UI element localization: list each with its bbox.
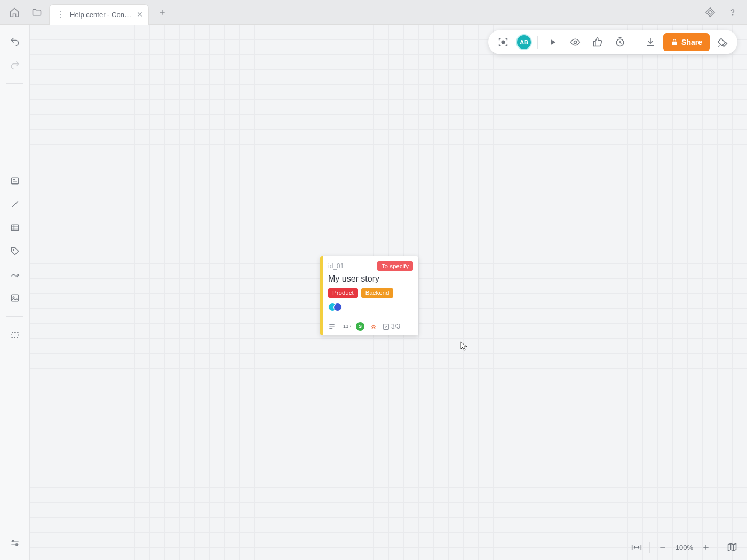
top-action-bar: AB Share: [488, 30, 737, 54]
undo-button[interactable]: [5, 32, 25, 51]
svg-point-10: [574, 41, 577, 44]
svg-rect-4: [11, 295, 18, 301]
estimate-badge: 13: [341, 322, 351, 331]
svg-rect-2: [11, 225, 18, 231]
card-title: My user story: [328, 274, 413, 284]
svg-rect-6: [12, 333, 18, 337]
play-button[interactable]: [543, 33, 562, 52]
checklist-count: 3/3: [383, 323, 400, 330]
timer-button[interactable]: [610, 33, 630, 52]
svg-point-7: [12, 540, 14, 542]
status-badge: To specify: [377, 261, 413, 271]
card-tags: Product Backend: [328, 288, 413, 298]
new-tab-button[interactable]: [154, 4, 170, 20]
lock-icon: [671, 38, 678, 46]
top-tab-bar: ⋮ Help center - Con… ✕: [0, 0, 747, 25]
size-badge: S: [356, 322, 364, 331]
home-button[interactable]: [4, 2, 25, 22]
canvas[interactable]: AB Share id_01 To specify: [30, 25, 747, 560]
image-tool[interactable]: [5, 289, 25, 308]
share-label: Share: [681, 38, 702, 46]
cursor-icon: [460, 341, 467, 351]
tab-close-icon[interactable]: ✕: [137, 10, 143, 19]
settings-tool[interactable]: [5, 533, 25, 553]
folder-button[interactable]: [27, 2, 47, 22]
description-icon: [328, 323, 336, 330]
priority-icon: [370, 323, 377, 330]
card-footer: 13 S 3/3: [328, 317, 413, 331]
help-button[interactable]: [722, 2, 743, 22]
tab-title: Help center - Con…: [70, 11, 131, 19]
draw-tool[interactable]: [5, 265, 25, 284]
minimap-button[interactable]: [725, 540, 740, 555]
svg-point-9: [502, 41, 505, 44]
share-button[interactable]: Share: [663, 33, 710, 51]
svg-rect-12: [384, 324, 389, 329]
zoom-in-button[interactable]: [698, 540, 713, 555]
like-button[interactable]: [588, 33, 607, 52]
story-card[interactable]: id_01 To specify My user story Product B…: [320, 256, 418, 335]
line-tool[interactable]: [5, 195, 25, 214]
tag-product: Product: [328, 288, 358, 298]
svg-point-3: [13, 250, 14, 251]
pen-button[interactable]: [713, 33, 732, 52]
table-tool[interactable]: [5, 218, 25, 237]
svg-rect-1: [11, 178, 18, 184]
zoom-bar: 100%: [629, 540, 740, 555]
card-id: id_01: [328, 262, 344, 270]
fit-width-button[interactable]: [629, 540, 644, 555]
tag-tool[interactable]: [5, 242, 25, 261]
note-tool[interactable]: [5, 171, 25, 190]
visibility-button[interactable]: [566, 33, 585, 52]
avatar-initials: AB: [520, 39, 528, 45]
user-avatar[interactable]: AB: [516, 34, 532, 50]
tab-drag-icon: ⋮: [56, 10, 65, 19]
redo-button[interactable]: [5, 55, 25, 75]
select-tool[interactable]: [5, 325, 25, 345]
checklist-text: 3/3: [391, 323, 400, 330]
assignee-avatar-2: [333, 303, 342, 311]
tag-backend: Backend: [361, 288, 394, 298]
zoom-out-button[interactable]: [655, 540, 670, 555]
assignee-avatars: [328, 303, 413, 311]
diamond-icon[interactable]: [700, 2, 720, 22]
zoom-level: 100%: [676, 543, 693, 551]
capture-button[interactable]: [494, 33, 513, 52]
browser-tab[interactable]: ⋮ Help center - Con… ✕: [49, 4, 149, 25]
left-toolbar: [0, 25, 30, 560]
svg-point-8: [15, 544, 17, 546]
download-button[interactable]: [641, 33, 660, 52]
svg-point-0: [732, 14, 733, 15]
